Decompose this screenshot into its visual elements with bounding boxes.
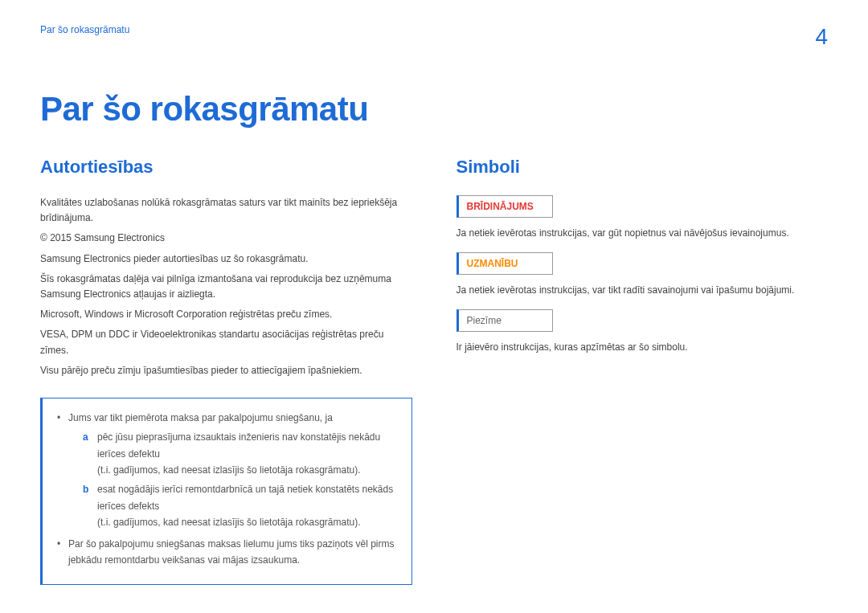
section-title-copyright: Autortiesības [40, 157, 412, 178]
page-container: Par šo rokasgrāmatu 4 Par šo rokasgrāmat… [0, 0, 868, 613]
copyright-text: Šīs rokasgrāmatas daļēja vai pilnīga izm… [40, 272, 412, 302]
symbol-note: Piezīme Ir jāievēro instrukcijas, kuras … [457, 309, 829, 355]
caution-text: Ja netiek ievērotas instrukcijas, var ti… [457, 283, 829, 298]
copyright-text: Microsoft, Windows ir Microsoft Corporat… [40, 307, 412, 322]
caution-label: UZMANĪBU [457, 252, 553, 275]
note-text: Ir jāievēro instrukcijas, kuras apzīmēta… [457, 340, 829, 355]
letter-marker: b [83, 481, 91, 530]
list-item: Jums var tikt piemērota maksa par pakalp… [57, 410, 397, 531]
copyright-text: Kvalitātes uzlabošanas nolūkā rokasgrāma… [40, 195, 412, 226]
lettered-list: a pēc jūsu pieprasījuma izsauktais inžen… [68, 429, 397, 530]
letter-marker: a [83, 429, 91, 478]
list-item-text: Jums var tikt piemērota maksa par pakalp… [68, 412, 333, 423]
breadcrumb: Par šo rokasgrāmatu [40, 24, 129, 35]
copyright-text: © 2015 Samsung Electronics [40, 231, 412, 246]
list-item-text: Par šo pakalpojumu sniegšanas maksas lie… [68, 538, 395, 566]
section-title-symbols: Simboli [457, 157, 829, 178]
lettered-item-text: esat nogādājis ierīci remontdarbnīcā un … [97, 484, 393, 511]
content-columns: Autortiesības Kvalitātes uzlabošanas nol… [40, 157, 828, 585]
lettered-item-text: pēc jūsu pieprasījuma izsauktais inženie… [97, 431, 380, 459]
warning-text: Ja netiek ievērotas instrukcijas, var gū… [457, 226, 829, 241]
list-item: Par šo pakalpojumu sniegšanas maksas lie… [57, 536, 397, 569]
symbol-caution: UZMANĪBU Ja netiek ievērotas instrukcija… [457, 252, 829, 298]
copyright-text: Samsung Electronics pieder autortiesības… [40, 251, 412, 267]
page-title: Par šo rokasgrāmatu [40, 90, 828, 129]
copyright-text: Visu pārējo preču zīmju īpašumtiesības p… [40, 363, 412, 378]
warning-label: BRĪDINĀJUMS [457, 195, 553, 218]
note-label: Piezīme [457, 309, 553, 332]
lettered-item: a pēc jūsu pieprasījuma izsauktais inžen… [83, 429, 397, 478]
lettered-item: b esat nogādājis ierīci remontdarbnīcā u… [83, 481, 397, 530]
page-header: Par šo rokasgrāmatu 4 [40, 24, 828, 50]
right-column: Simboli BRĪDINĀJUMS Ja netiek ievērotas … [457, 157, 829, 585]
lettered-item-sub: (t.i. gadījumos, kad neesat izlasījis šo… [97, 517, 360, 528]
copyright-text: VESA, DPM un DDC ir Videoelektronikas st… [40, 327, 412, 358]
info-box: Jums var tikt piemērota maksa par pakalp… [40, 398, 412, 586]
symbol-warning: BRĪDINĀJUMS Ja netiek ievērotas instrukc… [457, 195, 829, 241]
left-column: Autortiesības Kvalitātes uzlabošanas nol… [40, 157, 412, 585]
lettered-item-sub: (t.i. gadījumos, kad neesat izlasījis šo… [97, 464, 360, 476]
page-number: 4 [815, 24, 828, 50]
